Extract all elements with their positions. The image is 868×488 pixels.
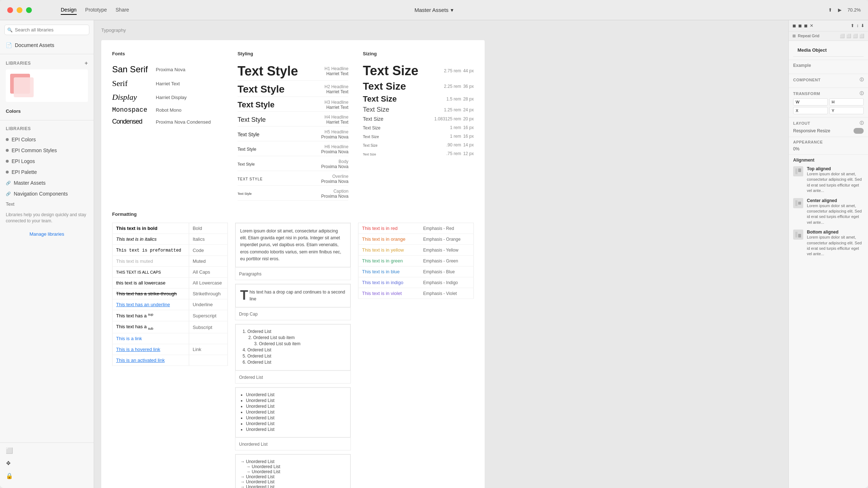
h4-font: Harriet Text <box>324 120 348 125</box>
search-input[interactable] <box>4 25 89 35</box>
width-input[interactable]: W <box>793 98 828 106</box>
tool-1-icon[interactable]: ⬜ <box>840 34 845 38</box>
unordered-list-content: Unordered List Unordered List Unordered … <box>235 388 350 437</box>
tool-3-icon[interactable]: ⬜ <box>853 34 858 38</box>
layout-section: LAYOUT ⓘ Responsive Resize <box>789 117 868 137</box>
valign-bottom-icon[interactable]: ⬇ <box>861 23 864 28</box>
sidebar-item-epi-colors[interactable]: EPI Colors <box>0 134 94 145</box>
table-row: This text is in indigo Emphasis - Indigo <box>358 277 474 288</box>
sidebar-item-epi-common-styles[interactable]: EPI Common Styles <box>0 145 94 156</box>
list-item: Unordered List <box>246 410 346 415</box>
underline-text: This text has an underline <box>116 302 170 307</box>
center-align-content: Center aligned Lorem ipsum dolor sit ame… <box>807 198 864 226</box>
distribute-icon[interactable]: ✕ <box>810 23 813 28</box>
h1-label: H1 Headline <box>324 66 348 71</box>
manage-libraries-link[interactable]: Manage libraries <box>0 228 94 240</box>
size-text-h2: Text Size <box>363 81 406 92</box>
document-assets-item[interactable]: 📄 Document Assets <box>0 39 94 51</box>
list-item: Ordered List <box>247 329 346 334</box>
list-item: Ordered List sub item <box>253 335 346 340</box>
assets-icon[interactable]: 🔒 <box>6 472 88 479</box>
dot-icon <box>6 160 9 163</box>
sidebar-item-nav-components[interactable]: 🔗 Navigation Components <box>0 188 94 199</box>
layers-icon[interactable]: ⬜ <box>6 447 88 454</box>
table-row: This text is in violet Emphasis - Violet <box>358 288 474 299</box>
components-icon[interactable]: ❖ <box>6 460 88 467</box>
style-row-body: Text Style BodyProxima Nova <box>238 158 349 171</box>
play-icon[interactable]: ▶ <box>838 7 842 13</box>
align-left-icon[interactable]: ◼ <box>792 23 796 28</box>
sizing-table: Text Size 2.75 rem 44 px Text Size 2.25 … <box>363 62 474 158</box>
align-item-bottom: Bottom aligned Lorem ipsum dolor sit ame… <box>793 230 864 257</box>
maximize-button[interactable] <box>26 7 32 13</box>
h4-label: H4 Headline <box>324 115 348 120</box>
table-row: Display Harriet Display <box>112 90 223 104</box>
window-title: Master Assets ▾ <box>414 7 454 13</box>
h6-font: Proxima Nova <box>321 149 348 154</box>
unordered-arrow-list-box: Unordered List Unordered List Unordered … <box>235 454 351 488</box>
tool-4-icon[interactable]: ⬜ <box>859 34 864 38</box>
canvas-area[interactable]: Typography Fonts San Serif Proxima Nova <box>94 20 788 488</box>
font-specimen-sanserif: Proxima Nova <box>156 67 186 72</box>
valign-middle-icon[interactable]: ↕ <box>856 23 859 28</box>
link-hover-text[interactable]: This is a hovered link <box>116 347 160 352</box>
sub-label: Subscript <box>193 325 212 330</box>
repeat-grid-icon[interactable]: ⊞ <box>792 34 796 38</box>
strike-label: Strikethrough <box>193 291 221 296</box>
size-text-caption: Text Size <box>363 153 376 156</box>
responsive-resize-toggle[interactable] <box>854 128 864 134</box>
search-icon: 🔍 <box>7 27 13 33</box>
x-input[interactable]: X <box>793 107 828 114</box>
size-text-overline: Text Size <box>363 144 378 147</box>
size-px-h1: 44 px <box>461 62 474 80</box>
component-info-icon[interactable]: ⓘ <box>860 77 864 82</box>
center-align-text: Lorem ipsum dolor sit amet, consectetur … <box>807 203 864 226</box>
em-indigo-label: Emphasis - Indigo <box>423 280 458 285</box>
layout-info-icon[interactable]: ⓘ <box>860 120 864 126</box>
table-row: This text has a strike-through Strikethr… <box>112 288 228 299</box>
align-tools: ◼ ◼ ◼ ✕ <box>792 23 813 28</box>
tab-prototype[interactable]: Prototype <box>85 5 107 15</box>
tool-2-icon[interactable]: ⬜ <box>846 34 851 38</box>
size-rem-h1: 2.75 rem <box>429 62 461 80</box>
link-active-text[interactable]: This is an activated link <box>116 358 165 363</box>
add-library-icon[interactable]: + <box>85 60 88 67</box>
list-item: Ordered List <box>247 347 346 352</box>
table-row: This text has a sup Superscript <box>112 310 228 321</box>
paragraphs-box: Lorem ipsum dolor sit amet, consectetur … <box>235 223 351 280</box>
list-item: Unordered List <box>246 459 346 464</box>
zoom-level[interactable]: 70.2% <box>847 7 861 13</box>
tab-share[interactable]: Share <box>116 5 129 15</box>
top-align-title: Top aligned <box>807 166 864 171</box>
align-center-icon[interactable]: ◼ <box>798 23 802 28</box>
align-item-center: Center aligned Lorem ipsum dolor sit ame… <box>793 198 864 226</box>
valign-top-icon[interactable]: ⬆ <box>851 23 854 28</box>
transform-info-icon[interactable]: ⓘ <box>860 91 864 96</box>
list-item: Ordered List <box>247 360 346 365</box>
link-text[interactable]: This is a link <box>116 336 142 341</box>
align-right-icon[interactable]: ◼ <box>804 23 808 28</box>
alignment-title: Alignment <box>793 158 864 163</box>
paragraph-text: Lorem ipsum dolor sit amet, consectetur … <box>240 228 346 262</box>
font-monospace: Monospace <box>112 106 147 114</box>
dropcap-box: T his text has a drop cap and continues … <box>235 284 351 320</box>
size-rem-caption: .75 rem <box>429 149 461 158</box>
minimize-button[interactable] <box>17 7 22 13</box>
y-input[interactable]: Y <box>829 107 864 114</box>
sidebar-item-epi-logos[interactable]: EPI Logos <box>0 156 94 167</box>
center-align-thumb <box>793 198 803 208</box>
sidebar: 🔍 📄 Document Assets LIBRARIES + Colors <box>0 20 94 488</box>
close-button[interactable] <box>7 7 13 13</box>
bottom-align-content: Bottom aligned Lorem ipsum dolor sit ame… <box>807 230 864 257</box>
sidebar-item-epi-palette[interactable]: EPI Palette <box>0 167 94 177</box>
height-input[interactable]: H <box>829 98 864 106</box>
height-label: H <box>832 100 835 104</box>
ordered-list-box: Ordered List Ordered List sub item Order… <box>235 324 351 384</box>
share-icon: ⬆ <box>828 7 832 13</box>
sidebar-item-master-assets[interactable]: 🔗 Master Assets <box>0 177 94 188</box>
table-row: Text Size 1.083125 rem 20 px <box>363 115 474 123</box>
tab-design[interactable]: Design <box>61 5 77 15</box>
styling-title: Styling <box>238 51 349 56</box>
caption-label: Caption <box>321 189 348 194</box>
search-container: 🔍 <box>4 25 89 35</box>
